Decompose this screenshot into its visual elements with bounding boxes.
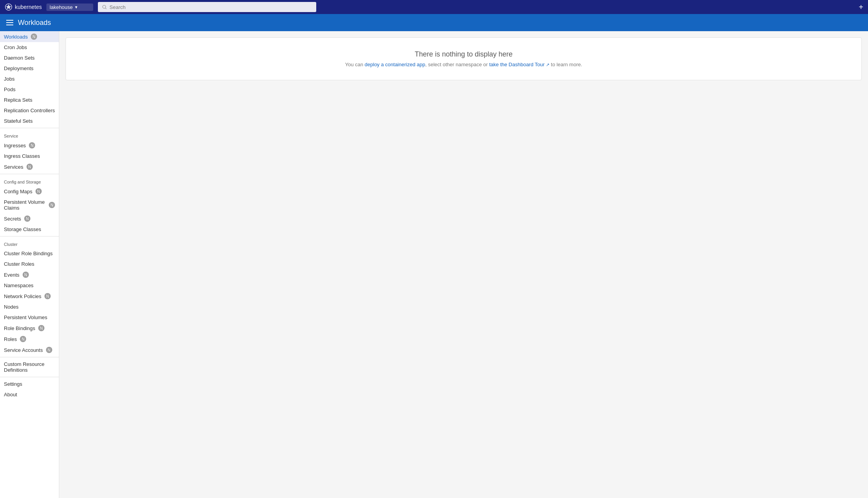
workloads-badge: N <box>31 34 37 40</box>
divider-3 <box>0 236 59 237</box>
events-label: Events <box>4 272 19 278</box>
sidebar-item-crd[interactable]: Custom Resource Definitions <box>0 359 59 375</box>
layout: Workloads N Cron Jobs Daemon Sets Deploy… <box>0 31 868 498</box>
pvc-label: Persistent Volume Claims <box>4 199 46 211</box>
sidebar-item-daemon-sets[interactable]: Daemon Sets <box>0 53 59 63</box>
svg-marker-1 <box>6 4 11 9</box>
sidebar-item-settings[interactable]: Settings <box>0 379 59 389</box>
namespace-value: lakehouse <box>50 4 73 10</box>
cluster-section-header: Cluster <box>0 238 59 248</box>
sidebar-item-ingresses[interactable]: Ingresses N <box>0 140 59 151</box>
deploy-link[interactable]: deploy a containerized app <box>365 62 425 67</box>
sidebar-item-about[interactable]: About <box>0 389 59 400</box>
ingresses-label: Ingresses <box>4 143 26 148</box>
logo: kubernetes <box>5 3 42 11</box>
nodes-label: Nodes <box>4 304 19 310</box>
role-bindings-label: Role Bindings <box>4 325 35 331</box>
add-button[interactable]: + <box>859 3 863 12</box>
replica-sets-label: Replica Sets <box>4 97 32 103</box>
network-policies-badge: N <box>44 293 51 299</box>
divider-5 <box>0 377 59 377</box>
namespaces-label: Namespaces <box>4 283 34 288</box>
sidebar-item-events[interactable]: Events N <box>0 269 59 280</box>
chevron-down-icon: ▼ <box>74 5 78 9</box>
empty-state-title: There is nothing to display here <box>78 50 849 58</box>
sidebar-workloads-label: Workloads <box>4 34 28 40</box>
namespace-selector[interactable]: lakehouse ▼ <box>46 4 93 11</box>
sidebar-item-nodes[interactable]: Nodes <box>0 302 59 312</box>
services-label: Services <box>4 164 23 170</box>
events-badge: N <box>23 272 29 278</box>
page-title: Workloads <box>18 19 51 27</box>
config-section-header: Config and Storage <box>0 176 59 186</box>
about-label: About <box>4 392 17 397</box>
sidebar-item-jobs[interactable]: Jobs <box>0 74 59 84</box>
replication-controllers-label: Replication Controllers <box>4 108 55 113</box>
roles-badge: N <box>20 336 26 342</box>
tour-link[interactable]: take the Dashboard Tour ↗ <box>489 62 549 67</box>
headerbar: Workloads <box>0 14 868 31</box>
search-bar[interactable] <box>98 2 316 12</box>
cron-jobs-label: Cron Jobs <box>4 44 27 50</box>
sidebar-item-cluster-role-bindings[interactable]: Cluster Role Bindings <box>0 248 59 259</box>
sidebar-item-workloads[interactable]: Workloads N <box>0 31 59 42</box>
jobs-label: Jobs <box>4 76 14 82</box>
sidebar-item-replica-sets[interactable]: Replica Sets <box>0 95 59 105</box>
sidebar-item-deployments[interactable]: Deployments <box>0 63 59 74</box>
ingress-classes-label: Ingress Classes <box>4 153 40 159</box>
sidebar-item-service-accounts[interactable]: Service Accounts N <box>0 344 59 355</box>
secrets-label: Secrets <box>4 216 21 222</box>
services-badge: N <box>27 164 33 170</box>
sidebar-item-roles[interactable]: Roles N <box>0 334 59 344</box>
cluster-role-bindings-label: Cluster Role Bindings <box>4 251 53 256</box>
hamburger-menu[interactable] <box>6 20 13 25</box>
sidebar-item-network-policies[interactable]: Network Policies N <box>0 291 59 302</box>
service-accounts-label: Service Accounts <box>4 347 43 353</box>
crd-label: Custom Resource Definitions <box>4 361 55 373</box>
logo-text: kubernetes <box>15 4 42 10</box>
empty-state-text: You can deploy a containerized app, sele… <box>78 62 849 67</box>
sidebar-item-stateful-sets[interactable]: Stateful Sets <box>0 116 59 126</box>
sidebar-item-namespaces[interactable]: Namespaces <box>0 280 59 291</box>
config-maps-label: Config Maps <box>4 189 32 194</box>
sidebar-item-role-bindings[interactable]: Role Bindings N <box>0 323 59 334</box>
sidebar-item-replication-controllers[interactable]: Replication Controllers <box>0 105 59 116</box>
sidebar-item-services[interactable]: Services N <box>0 161 59 172</box>
pods-label: Pods <box>4 87 16 92</box>
config-maps-badge: N <box>35 188 42 194</box>
empty-text-mid: , select other namespace or <box>425 62 489 67</box>
service-section-header: Service <box>0 130 59 140</box>
main-content: There is nothing to display here You can… <box>59 31 868 498</box>
external-link-icon: ↗ <box>546 62 549 67</box>
sidebar: Workloads N Cron Jobs Daemon Sets Deploy… <box>0 31 59 498</box>
sidebar-item-persistent-volumes[interactable]: Persistent Volumes <box>0 312 59 323</box>
sidebar-item-storage-classes[interactable]: Storage Classes <box>0 224 59 235</box>
settings-label: Settings <box>4 381 22 387</box>
sidebar-item-secrets[interactable]: Secrets N <box>0 213 59 224</box>
tour-link-text: take the Dashboard Tour <box>489 62 544 67</box>
roles-label: Roles <box>4 336 17 342</box>
persistent-volumes-label: Persistent Volumes <box>4 314 47 320</box>
sidebar-item-config-maps[interactable]: Config Maps N <box>0 186 59 197</box>
kubernetes-icon <box>5 3 12 11</box>
divider-1 <box>0 128 59 128</box>
cluster-roles-label: Cluster Roles <box>4 261 34 267</box>
sidebar-item-ingress-classes[interactable]: Ingress Classes <box>0 151 59 161</box>
network-policies-label: Network Policies <box>4 293 41 299</box>
topbar: kubernetes lakehouse ▼ + <box>0 0 868 14</box>
sidebar-item-pods[interactable]: Pods <box>0 84 59 95</box>
secrets-badge: N <box>24 215 30 222</box>
search-input[interactable] <box>110 4 313 10</box>
pvc-badge: N <box>49 202 55 208</box>
sidebar-item-pvc[interactable]: Persistent Volume Claims N <box>0 197 59 213</box>
sidebar-item-cron-jobs[interactable]: Cron Jobs <box>0 42 59 53</box>
sidebar-item-cluster-roles[interactable]: Cluster Roles <box>0 259 59 269</box>
svg-point-2 <box>103 5 106 9</box>
service-accounts-badge: N <box>46 347 52 353</box>
daemon-sets-label: Daemon Sets <box>4 55 35 61</box>
search-icon <box>102 4 107 10</box>
storage-classes-label: Storage Classes <box>4 226 41 232</box>
role-bindings-badge: N <box>38 325 44 331</box>
empty-text-suffix: to learn more. <box>549 62 582 67</box>
svg-line-3 <box>106 8 107 9</box>
